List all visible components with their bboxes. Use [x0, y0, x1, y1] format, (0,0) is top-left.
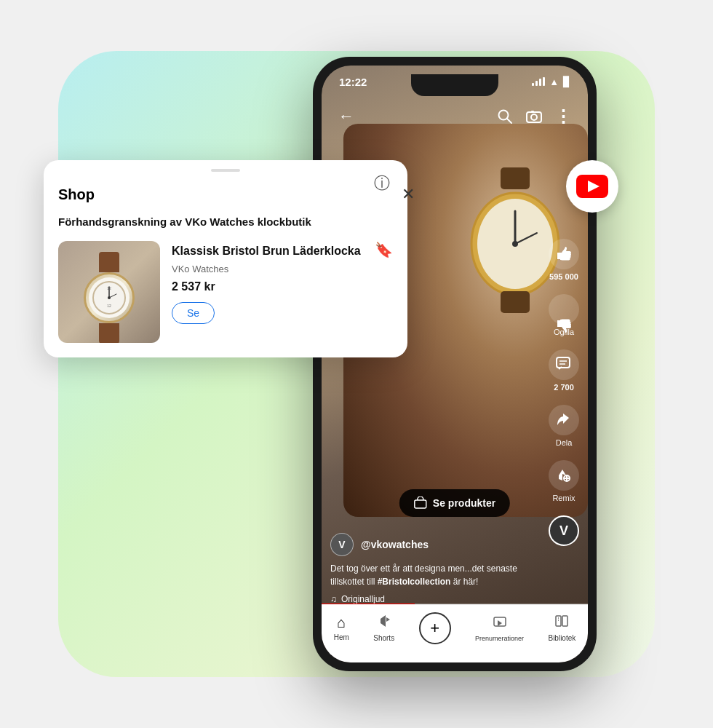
shorts-icon [377, 614, 391, 632]
battery-icon: ▊ [563, 76, 570, 87]
back-button[interactable]: ← [333, 103, 359, 130]
channel-name[interactable]: @vkowatches [361, 539, 429, 550]
audio-row: ♫ Originalljud [330, 594, 544, 604]
signal-bar-4 [543, 77, 545, 86]
svg-rect-26 [556, 616, 561, 626]
nav-item-add[interactable]: + [419, 612, 451, 644]
svg-point-11 [512, 241, 518, 247]
watch-strap-bottom [99, 323, 119, 343]
status-icons: ▲ ▊ [532, 76, 570, 87]
top-nav: ← ⋮ [322, 98, 588, 135]
scene: Shop ⓘ ✕ Förhandsgranskning av VKo Watch… [0, 0, 713, 728]
signal-bars [532, 77, 545, 86]
video-description: Det tog över ett år att designa men...de… [330, 562, 544, 588]
home-icon: ⌂ [337, 614, 346, 631]
library-icon [554, 614, 569, 632]
status-time: 12:22 [339, 76, 367, 88]
audio-text: Originalljud [341, 594, 385, 604]
svg-line-14 [507, 119, 511, 123]
library-label: Bibliotek [548, 634, 575, 642]
nav-item-subscriptions[interactable]: Prenumerationer [475, 614, 524, 642]
sidebar-icons: 595 000 Ogilla [549, 239, 579, 546]
se-produkter-label: Se produkter [433, 497, 495, 509]
remix-label: Remix [552, 494, 575, 502]
music-note-icon: ♫ [330, 594, 337, 604]
watch-face: 12 12 [89, 277, 130, 318]
video-info: V @vkowatches Det tog över ett år att de… [330, 533, 544, 604]
signal-bar-3 [539, 79, 541, 86]
shop-card: Shop ⓘ ✕ Förhandsgranskning av VKo Watch… [44, 160, 407, 357]
channel-avatar-sidebar: V [549, 515, 579, 546]
close-button[interactable]: ✕ [402, 185, 415, 204]
channel-sidebar-item[interactable]: V [549, 515, 579, 546]
comment-item[interactable]: 2 700 [549, 349, 579, 392]
like-count: 595 000 [549, 272, 578, 281]
svg-point-16 [531, 114, 537, 120]
channel-row: V @vkowatches [330, 533, 544, 556]
signal-bar-1 [532, 83, 534, 86]
product-row: 12 12 Klassisk Bristol Brun Läderklocka … [58, 241, 393, 343]
drag-handle [211, 169, 240, 172]
youtube-logo [576, 175, 608, 198]
svg-rect-27 [562, 616, 567, 626]
search-button[interactable] [492, 103, 518, 130]
svg-text:12: 12 [107, 304, 111, 308]
signal-bar-2 [535, 81, 538, 86]
share-icon [549, 405, 579, 435]
bottom-nav: ⌂ Hem Shorts + [322, 604, 588, 662]
nav-right: ⋮ [492, 103, 576, 130]
wifi-icon: ▲ [549, 76, 559, 87]
notch [411, 74, 498, 96]
add-icon: + [419, 612, 451, 644]
watch-strap-top [99, 252, 119, 272]
se-product-button[interactable]: Se [172, 302, 215, 324]
subscriptions-icon [493, 614, 507, 633]
comment-icon [549, 349, 579, 380]
description-suffix: är här! [450, 577, 478, 587]
svg-text:12: 12 [107, 286, 111, 290]
hashtag[interactable]: #Bristolcollection [378, 577, 451, 587]
camera-button[interactable] [521, 103, 547, 130]
remix-item[interactable]: Remix [549, 460, 579, 502]
dislike-item[interactable]: Ogilla [549, 294, 579, 336]
phone-screen: 12:22 ▲ ▊ ← [322, 66, 588, 662]
info-icon[interactable]: ⓘ [374, 173, 390, 194]
svg-point-3 [108, 296, 111, 299]
home-label: Hem [334, 633, 349, 641]
product-brand: VKo Watches [172, 264, 393, 274]
product-name: Klassisk Bristol Brun Läderklocka [172, 244, 393, 259]
nav-item-shorts[interactable]: Shorts [373, 614, 394, 642]
subscriptions-label: Prenumerationer [475, 635, 524, 642]
product-details: Klassisk Bristol Brun Läderklocka VKo Wa… [172, 241, 393, 324]
product-price: 2 537 kr [172, 280, 393, 293]
svg-rect-24 [415, 500, 426, 508]
youtube-badge [566, 160, 618, 213]
se-produkter-button[interactable]: Se produkter [399, 489, 510, 517]
remix-icon [549, 460, 579, 491]
shorts-label: Shorts [373, 634, 394, 642]
channel-avatar: V [330, 533, 354, 556]
svg-rect-6 [501, 167, 530, 189]
svg-rect-12 [501, 291, 530, 313]
dislike-icon [549, 294, 579, 325]
product-image: 12 12 [58, 241, 160, 343]
nav-item-home[interactable]: ⌂ Hem [334, 614, 349, 641]
nav-item-library[interactable]: Bibliotek [548, 614, 575, 642]
svg-rect-18 [557, 357, 570, 368]
bookmark-icon[interactable]: 🔖 [375, 241, 393, 258]
shop-card-header: Shop ⓘ ✕ [58, 183, 393, 205]
svg-rect-17 [531, 111, 534, 113]
shop-subtitle: Förhandsgranskning av VKo Watches klockb… [58, 214, 393, 229]
comment-count: 2 700 [554, 383, 574, 392]
like-icon [549, 239, 579, 269]
more-button[interactable]: ⋮ [550, 103, 576, 130]
share-item[interactable]: Dela [549, 405, 579, 447]
play-icon [588, 181, 600, 192]
like-item[interactable]: 595 000 [549, 239, 579, 281]
watch-case: 12 12 [84, 272, 135, 323]
watch-illustration: 12 12 [76, 252, 142, 332]
share-label: Dela [556, 438, 573, 447]
shop-title: Shop [58, 186, 95, 203]
phone-frame: 12:22 ▲ ▊ ← [313, 57, 597, 671]
